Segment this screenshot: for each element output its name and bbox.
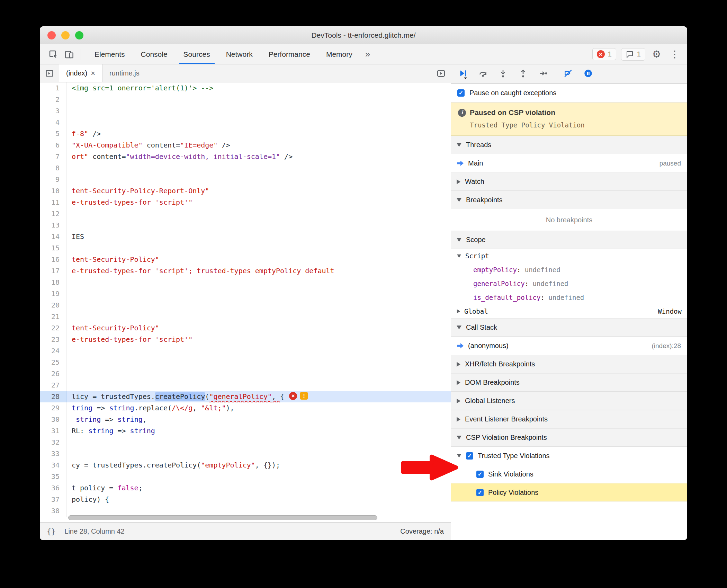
settings-gear-icon[interactable]: ⚙ [650, 48, 663, 60]
code-line[interactable]: 23e-trusted-types-for 'script'" [40, 334, 451, 345]
code-line[interactable]: 26 [40, 368, 451, 380]
scope-global-row[interactable]: GlobalWindow [451, 304, 687, 318]
pretty-print-icon[interactable]: {} [47, 527, 55, 536]
code-line[interactable]: 11e-trusted-types-for 'script'" [40, 197, 451, 208]
code-line[interactable]: 7ort" content="width=device-width, initi… [40, 151, 451, 162]
line-number[interactable]: 2 [40, 94, 67, 105]
file-tab-close-icon[interactable]: × [91, 69, 95, 78]
code-line[interactable]: 3 [40, 105, 451, 117]
line-number[interactable]: 33 [40, 448, 67, 460]
code-line[interactable]: 12 [40, 208, 451, 220]
open-preview-icon[interactable] [431, 64, 451, 82]
line-number[interactable]: 16 [40, 254, 67, 265]
line-number[interactable]: 11 [40, 197, 67, 208]
thread-main-row[interactable]: Mainpaused [451, 154, 687, 172]
line-number[interactable]: 19 [40, 288, 67, 300]
section-xhr-breakpoints-header[interactable]: XHR/fetch Breakpoints [451, 355, 687, 373]
scope-script-row[interactable]: Script [451, 249, 687, 263]
section-csp-violation-breakpoints-header[interactable]: CSP Violation Breakpoints [451, 428, 687, 447]
scrollbar-thumb[interactable] [68, 515, 377, 520]
code-line[interactable]: 35 [40, 471, 451, 482]
code-line[interactable]: 16tent-Security-Policy" [40, 254, 451, 265]
csp-breakpoint-row[interactable]: Trusted Type Violations [451, 447, 687, 465]
line-number[interactable]: 24 [40, 345, 67, 357]
line-number[interactable]: 12 [40, 208, 67, 220]
line-number[interactable]: 27 [40, 380, 67, 391]
scope-variable-row[interactable]: generalPolicy: undefined [451, 277, 687, 291]
panel-tab[interactable]: Sources [176, 44, 218, 64]
section-scope-header[interactable]: Scope [451, 231, 687, 249]
line-number[interactable]: 4 [40, 117, 67, 128]
issues-badge[interactable]: 1 [621, 48, 645, 61]
line-number[interactable]: 15 [40, 242, 67, 254]
code-line[interactable]: 6"X-UA-Compatible" content="IE=edge" /> [40, 140, 451, 151]
line-number[interactable]: 30 [40, 414, 67, 425]
line-number[interactable]: 6 [40, 140, 67, 151]
code-line[interactable]: 5f-8" /> [40, 128, 451, 140]
code-line[interactable]: 2 [40, 94, 451, 105]
code-line[interactable]: 27 [40, 380, 451, 391]
line-number[interactable]: 9 [40, 174, 67, 185]
code-line[interactable]: 21 [40, 311, 451, 322]
line-number[interactable]: 34 [40, 460, 67, 471]
pause-on-exceptions-icon[interactable] [583, 69, 593, 79]
horizontal-scrollbar[interactable] [68, 515, 445, 520]
error-icon[interactable] [289, 392, 297, 400]
code-line[interactable]: 17e-trusted-types-for 'script'; trusted-… [40, 265, 451, 277]
code-line[interactable]: 13 [40, 220, 451, 231]
code-line[interactable]: 18 [40, 277, 451, 288]
line-number[interactable]: 7 [40, 151, 67, 162]
section-call-stack-header[interactable]: Call Stack [451, 318, 687, 337]
deactivate-breakpoints-icon[interactable] [563, 69, 573, 79]
line-number[interactable]: 26 [40, 368, 67, 380]
code-line[interactable]: 14IES [40, 231, 451, 242]
section-watch-header[interactable]: Watch [451, 172, 687, 191]
breakpoint-checkbox[interactable] [476, 471, 484, 478]
code-line[interactable]: 10tent-Security-Policy-Report-Only" [40, 185, 451, 197]
line-number[interactable]: 23 [40, 334, 67, 345]
device-toolbar-icon[interactable] [61, 47, 77, 61]
call-stack-frame-row[interactable]: (anonymous)(index):28 [451, 337, 687, 355]
panel-tab[interactable]: Elements [87, 44, 133, 64]
kebab-menu-icon[interactable]: ⋮ [668, 48, 682, 60]
line-number[interactable]: 21 [40, 311, 67, 322]
line-number[interactable]: 36 [40, 482, 67, 494]
code-line[interactable]: 24 [40, 345, 451, 357]
code-line[interactable]: 4 [40, 117, 451, 128]
line-number[interactable]: 13 [40, 220, 67, 231]
code-line[interactable]: 37policy) { [40, 494, 451, 505]
pause-on-caught-row[interactable]: Pause on caught exceptions [451, 84, 687, 103]
line-number[interactable]: 5 [40, 128, 67, 140]
breakpoint-checkbox[interactable] [476, 489, 484, 496]
titlebar[interactable]: DevTools - tt-enforced.glitch.me/ [40, 26, 687, 44]
line-number[interactable]: 1 [40, 82, 67, 94]
line-number[interactable]: 35 [40, 471, 67, 482]
file-tab[interactable]: runtime.js [102, 64, 150, 82]
code-line[interactable]: 1<img src=1 onerror='alert(1)'> --> [40, 82, 451, 94]
code-line[interactable]: 32 [40, 437, 451, 448]
panel-tab[interactable]: Memory [318, 44, 360, 64]
line-number[interactable]: 8 [40, 162, 67, 174]
code-line[interactable]: 19 [40, 288, 451, 300]
step-into-icon[interactable] [498, 69, 508, 79]
section-breakpoints-header[interactable]: Breakpoints [451, 191, 687, 209]
scope-variable-row[interactable]: emptyPolicy: undefined [451, 263, 687, 277]
csp-breakpoint-row[interactable]: Sink Violations [451, 465, 687, 483]
line-number[interactable]: 29 [40, 402, 67, 414]
section-threads-header[interactable]: Threads [451, 136, 687, 154]
scope-variable-row[interactable]: is_default_policy: undefined [451, 291, 687, 304]
code-line[interactable]: 22tent-Security-Policy" [40, 322, 451, 334]
error-badge[interactable]: ✕ 1 [592, 48, 616, 60]
line-number[interactable]: 25 [40, 357, 67, 368]
code-line[interactable]: 25 [40, 357, 451, 368]
warning-icon[interactable] [300, 392, 308, 400]
line-number[interactable]: 32 [40, 437, 67, 448]
step-over-icon[interactable] [478, 69, 488, 79]
code-line[interactable]: 28licy = trustedTypes.createPolicy("gene… [40, 391, 451, 402]
line-number[interactable]: 17 [40, 265, 67, 277]
code-editor[interactable]: 1<img src=1 onerror='alert(1)'> -->2345f… [40, 82, 451, 522]
code-line[interactable]: 31RL: string => string [40, 425, 451, 437]
line-number[interactable]: 28 [40, 391, 67, 402]
code-line[interactable]: 29tring => string.replace(/\</g, "&lt;")… [40, 402, 451, 414]
section-dom-breakpoints-header[interactable]: DOM Breakpoints [451, 373, 687, 392]
